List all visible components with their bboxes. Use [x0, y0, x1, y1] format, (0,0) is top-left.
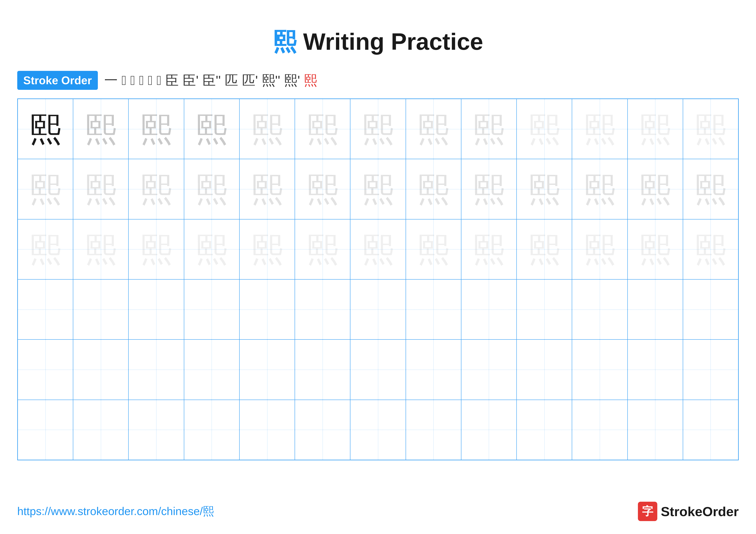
grid-cell[interactable] — [239, 279, 295, 340]
stroke-order-row: Stroke Order 一 𠄌 𠃊 𠃓 𠃞 𠃟 臣 臣' 臣'' 匹 匹' 熙… — [0, 71, 756, 90]
grid-cell[interactable]: 熙 — [517, 99, 572, 159]
grid-cell[interactable] — [628, 340, 683, 399]
grid-cell[interactable]: 熙 — [628, 99, 683, 159]
grid-cell[interactable]: 熙 — [406, 99, 461, 159]
grid-cell[interactable]: 熙 — [184, 219, 239, 279]
footer-url[interactable]: https://www.strokeorder.com/chinese/熙 — [17, 504, 214, 519]
grid-cell[interactable] — [461, 340, 517, 399]
stroke-step-8: 臣' — [182, 74, 199, 87]
grid-cell[interactable]: 熙 — [683, 219, 738, 279]
grid-cell[interactable]: 熙 — [73, 99, 128, 159]
grid-cell[interactable]: 熙 — [18, 219, 73, 279]
grid-cell[interactable] — [239, 340, 295, 399]
grid-cell[interactable] — [406, 279, 461, 340]
grid-cell[interactable]: 熙 — [239, 159, 295, 219]
grid-cell[interactable] — [461, 279, 517, 340]
grid-cell[interactable]: 熙 — [18, 99, 73, 159]
grid-cell[interactable]: 熙 — [461, 219, 517, 279]
grid-cell[interactable]: 熙 — [128, 159, 184, 219]
grid-cell[interactable]: 熙 — [461, 159, 517, 219]
grid-cell[interactable]: 熙 — [517, 219, 572, 279]
grid-cell[interactable] — [628, 400, 683, 460]
grid-cell[interactable] — [572, 400, 627, 460]
grid-cell[interactable] — [406, 340, 461, 399]
grid-cell[interactable]: 熙 — [406, 159, 461, 219]
grid-cell[interactable]: 熙 — [572, 99, 627, 159]
stroke-order-badge: Stroke Order — [17, 71, 98, 90]
grid-cell[interactable] — [683, 279, 738, 340]
stroke-step-12: 熙'' — [262, 74, 281, 87]
grid-cell[interactable] — [683, 340, 738, 399]
grid-cell[interactable]: 熙 — [295, 159, 350, 219]
grid-cell[interactable] — [18, 400, 73, 460]
grid-cell[interactable] — [350, 340, 406, 399]
footer-logo: 字 StrokeOrder — [638, 502, 739, 521]
stroke-step-2: 𠄌 — [122, 74, 126, 87]
grid-cell[interactable]: 熙 — [350, 219, 406, 279]
grid-cell[interactable]: 熙 — [184, 159, 239, 219]
grid-cell[interactable]: 熙 — [517, 159, 572, 219]
grid-cell[interactable] — [517, 279, 572, 340]
grid-cell[interactable]: 熙 — [18, 159, 73, 219]
grid-cell[interactable] — [683, 400, 738, 460]
stroke-sequence: 一 𠄌 𠃊 𠃓 𠃞 𠃟 臣 臣' 臣'' 匹 匹' 熙'' 熙' 熙 — [104, 74, 317, 87]
stroke-step-3: 𠃊 — [130, 74, 135, 87]
grid-cell[interactable] — [350, 279, 406, 340]
grid-cell[interactable] — [73, 400, 128, 460]
footer: https://www.strokeorder.com/chinese/熙 字 … — [17, 502, 739, 521]
grid-cell[interactable] — [350, 400, 406, 460]
grid-cell[interactable]: 熙 — [461, 99, 517, 159]
grid-cell[interactable] — [572, 340, 627, 399]
grid-cell[interactable] — [517, 400, 572, 460]
stroke-step-6: 𠃟 — [157, 74, 162, 87]
stroke-step-13: 熙' — [284, 74, 300, 87]
grid-cell[interactable] — [295, 340, 350, 399]
grid-cell[interactable] — [18, 340, 73, 399]
grid-cell[interactable] — [128, 400, 184, 460]
grid-cell[interactable] — [73, 340, 128, 399]
grid-cell[interactable]: 熙 — [572, 159, 627, 219]
grid-cell[interactable] — [184, 279, 239, 340]
grid-cell[interactable]: 熙 — [73, 219, 128, 279]
grid-cell[interactable] — [572, 279, 627, 340]
grid-cell[interactable]: 熙 — [628, 219, 683, 279]
grid-cell[interactable]: 熙 — [350, 99, 406, 159]
grid-cell[interactable]: 熙 — [295, 99, 350, 159]
grid-cell[interactable]: 熙 — [683, 99, 738, 159]
grid-cell[interactable] — [128, 340, 184, 399]
grid-cell[interactable]: 熙 — [184, 99, 239, 159]
grid-cell[interactable] — [184, 340, 239, 399]
grid-cell[interactable] — [184, 400, 239, 460]
grid-cell[interactable] — [461, 400, 517, 460]
title-character: 熙 — [273, 28, 297, 55]
grid-cell[interactable]: 熙 — [350, 159, 406, 219]
grid-cell[interactable]: 熙 — [572, 219, 627, 279]
grid-cell[interactable]: 熙 — [295, 219, 350, 279]
page-title: 熙 Writing Practice — [0, 0, 756, 71]
stroke-step-10: 匹 — [225, 74, 238, 87]
grid-cell[interactable] — [628, 279, 683, 340]
grid-cell[interactable] — [73, 279, 128, 340]
grid-cell[interactable]: 熙 — [683, 159, 738, 219]
logo-icon: 字 — [638, 502, 657, 521]
practice-grid: 熙熙熙熙熙熙熙熙熙熙熙熙熙熙熙熙熙熙熙熙熙熙熙熙熙熙熙熙熙熙熙熙熙熙熙熙熙熙熙 — [17, 98, 739, 460]
grid-cell[interactable]: 熙 — [128, 99, 184, 159]
stroke-step-1: 一 — [104, 74, 118, 87]
grid-cell[interactable]: 熙 — [406, 219, 461, 279]
grid-cell[interactable]: 熙 — [73, 159, 128, 219]
grid-cell[interactable]: 熙 — [128, 219, 184, 279]
stroke-step-9: 臣'' — [202, 74, 221, 87]
grid-cell[interactable] — [295, 279, 350, 340]
grid-cell[interactable]: 熙 — [239, 99, 295, 159]
grid-cell[interactable]: 熙 — [239, 219, 295, 279]
grid-cell[interactable] — [239, 400, 295, 460]
title-label: Writing Practice — [303, 28, 483, 55]
grid-cell[interactable] — [128, 279, 184, 340]
grid-cell[interactable] — [295, 400, 350, 460]
grid-cell[interactable]: 熙 — [628, 159, 683, 219]
logo-text: StrokeOrder — [661, 504, 739, 519]
grid-cell[interactable] — [517, 340, 572, 399]
grid-cell[interactable] — [18, 279, 73, 340]
grid-cell[interactable] — [406, 400, 461, 460]
stroke-step-11: 匹' — [242, 74, 258, 87]
